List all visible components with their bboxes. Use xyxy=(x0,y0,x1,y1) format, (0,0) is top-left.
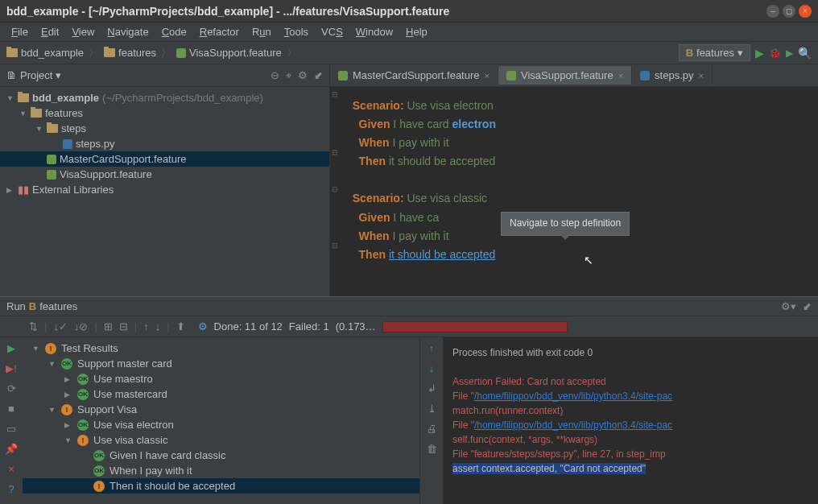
tree-arrow-icon[interactable]: ▼ xyxy=(6,94,14,102)
code-line: Then it should be accepted xyxy=(346,246,802,264)
next-icon[interactable]: ↓ xyxy=(155,320,161,333)
prev-icon[interactable]: ↑ xyxy=(143,320,149,333)
tree-arrow-icon[interactable]: ▼ xyxy=(48,406,56,414)
tree-arrow-icon[interactable]: ▶ xyxy=(64,375,72,383)
close-button[interactable]: × xyxy=(8,463,14,475)
file-link[interactable]: /home/filippov/bdd_venv/lib/python3.4/si… xyxy=(474,390,672,402)
test-scenario-electron[interactable]: ▶ OK Use visa electron xyxy=(23,417,419,432)
menu-view[interactable]: View xyxy=(67,24,99,39)
project-header-title[interactable]: 🗎 Project ▾ xyxy=(6,69,271,81)
tree-arrow-icon[interactable]: ▶ xyxy=(6,186,14,194)
ok-icon: OK xyxy=(77,389,89,400)
export-icon[interactable]: ⬆ xyxy=(176,320,185,333)
sort-icon[interactable]: ⇅ xyxy=(29,320,38,333)
tree-arrow-icon[interactable]: ▼ xyxy=(35,125,43,133)
breadcrumb-root[interactable]: bdd_example xyxy=(6,47,84,59)
chevron-down-icon: ▾ xyxy=(56,69,61,81)
rerun-failed-button[interactable]: ▶! xyxy=(6,362,17,374)
fold-icon[interactable]: ⊟ xyxy=(332,240,338,252)
layout-button[interactable]: ▭ xyxy=(6,423,16,435)
tree-features[interactable]: ▼ features xyxy=(0,105,329,121)
collapse-icon[interactable]: ⊟ xyxy=(119,320,128,333)
menu-file[interactable]: File xyxy=(6,24,33,39)
minimize-button[interactable]: – xyxy=(766,5,779,18)
tree-arrow-icon[interactable]: ▼ xyxy=(32,345,40,353)
menu-tools[interactable]: Tools xyxy=(279,24,313,39)
test-feature-visa[interactable]: ▼ ! Support Visa xyxy=(23,402,419,417)
expand-icon[interactable]: ⊞ xyxy=(104,320,113,333)
test-feature-mastercard[interactable]: ▼ OK Support master card xyxy=(23,356,419,371)
hide-icon[interactable]: ⬋ xyxy=(314,69,323,82)
test-step-then[interactable]: ! Then it should be accepted xyxy=(23,478,419,494)
editor-content[interactable]: ⊟ Scenario: Use visa electron Given I ha… xyxy=(330,87,818,296)
fold-icon[interactable]: ⊟ xyxy=(332,89,338,101)
menu-edit[interactable]: Edit xyxy=(36,24,64,39)
toggle-autotest-button[interactable]: ⟳ xyxy=(7,382,16,395)
print-icon[interactable]: 🖨 xyxy=(427,423,437,435)
gear-icon[interactable]: ⚙▾ xyxy=(781,300,796,312)
target-icon[interactable]: ⌖ xyxy=(286,69,291,82)
run-config-selector[interactable]: B features ▾ xyxy=(679,44,750,61)
run-button[interactable]: ▶ xyxy=(755,47,764,60)
filter-ignored-icon[interactable]: ↓⊘ xyxy=(74,320,89,333)
tab-mastercard[interactable]: MasterCardSupport.feature × xyxy=(330,66,498,85)
step-link[interactable]: it should be accepted xyxy=(389,248,495,261)
test-scenario-classic[interactable]: ▼ ! Use visa classic xyxy=(23,432,419,448)
tree-mastercard-feature[interactable]: MasterCardSupport.feature xyxy=(0,151,329,167)
test-scenario-mastercard[interactable]: ▶ OK Use mastercard xyxy=(23,386,419,402)
scroll-end-icon[interactable]: ⤓ xyxy=(428,403,436,415)
hide-icon[interactable]: ⬋ xyxy=(803,300,812,312)
tree-arrow-icon[interactable]: ▼ xyxy=(64,436,72,444)
test-root[interactable]: ▼ ! Test Results xyxy=(23,341,419,356)
tree-arrow-icon[interactable]: ▶ xyxy=(64,421,72,429)
gear-icon[interactable]: ⚙ xyxy=(198,320,208,333)
up-icon[interactable]: ↑ xyxy=(429,342,435,354)
maximize-button[interactable]: ◻ xyxy=(783,5,795,18)
breadcrumb-features[interactable]: features xyxy=(104,47,156,59)
run-panel-title[interactable]: Run B features xyxy=(6,300,781,312)
close-icon[interactable]: × xyxy=(699,71,704,81)
tree-steps[interactable]: ▼ steps xyxy=(0,121,329,136)
search-button[interactable]: 🔍 xyxy=(798,47,812,60)
menu-run[interactable]: Run xyxy=(247,24,276,39)
collapse-icon[interactable]: ⊖ xyxy=(271,69,279,82)
menu-navigate[interactable]: Navigate xyxy=(102,24,153,39)
menu-window[interactable]: Window xyxy=(351,24,398,39)
softwrap-icon[interactable]: ↲ xyxy=(428,382,436,395)
console[interactable]: Process finished with exit code 0 Assert… xyxy=(443,337,818,504)
help-button[interactable]: ? xyxy=(8,483,14,495)
file-link[interactable]: /home/filippov/bdd_venv/lib/python3.4/si… xyxy=(474,419,672,431)
menubar: File Edit View Navigate Code Refactor Ru… xyxy=(0,23,818,42)
menu-help[interactable]: Help xyxy=(401,24,432,39)
menu-code[interactable]: Code xyxy=(157,24,192,39)
pin-button[interactable]: 📌 xyxy=(5,443,18,455)
fold-icon[interactable]: ⊟ xyxy=(332,184,338,196)
clear-icon[interactable]: 🗑 xyxy=(427,443,437,455)
test-step-given[interactable]: OK Given I have card classic xyxy=(23,448,419,463)
filter-passed-icon[interactable]: ↓✓ xyxy=(53,320,68,333)
breadcrumb-file[interactable]: VisaSupport.feature xyxy=(176,47,282,59)
tree-visa-feature[interactable]: VisaSupport.feature xyxy=(0,167,329,182)
menu-vcs[interactable]: VCS xyxy=(316,24,348,39)
close-button[interactable]: × xyxy=(799,5,812,18)
tree-arrow-icon[interactable]: ▼ xyxy=(48,360,56,368)
test-scenario-maestro[interactable]: ▶ OK Use maestro xyxy=(23,371,419,386)
rerun-button[interactable]: ▶ xyxy=(7,342,15,354)
tab-steps[interactable]: steps.py × xyxy=(632,66,713,85)
coverage-button[interactable]: ▶ xyxy=(786,48,793,59)
tree-external-libs[interactable]: ▶ ▮▮ External Libraries xyxy=(0,182,329,197)
close-icon[interactable]: × xyxy=(485,71,490,81)
tree-root[interactable]: ▼ bdd_example (~/PycharmProjects/bdd_exa… xyxy=(0,90,329,105)
fold-icon[interactable]: ⊟ xyxy=(332,147,338,159)
stop-button[interactable]: ■ xyxy=(8,403,14,415)
down-icon[interactable]: ↓ xyxy=(429,362,435,374)
gear-icon[interactable]: ⚙ xyxy=(298,69,308,82)
menu-refactor[interactable]: Refactor xyxy=(195,24,244,39)
tree-arrow-icon[interactable]: ▼ xyxy=(19,109,27,118)
tree-arrow-icon[interactable]: ▶ xyxy=(64,390,72,399)
tree-steps-py[interactable]: steps.py xyxy=(0,136,329,151)
close-icon[interactable]: × xyxy=(618,71,623,81)
test-step-when[interactable]: OK When I pay with it xyxy=(23,463,419,478)
tab-visa[interactable]: VisaSupport.feature × xyxy=(498,66,632,85)
debug-button[interactable]: 🐞 xyxy=(769,48,781,59)
